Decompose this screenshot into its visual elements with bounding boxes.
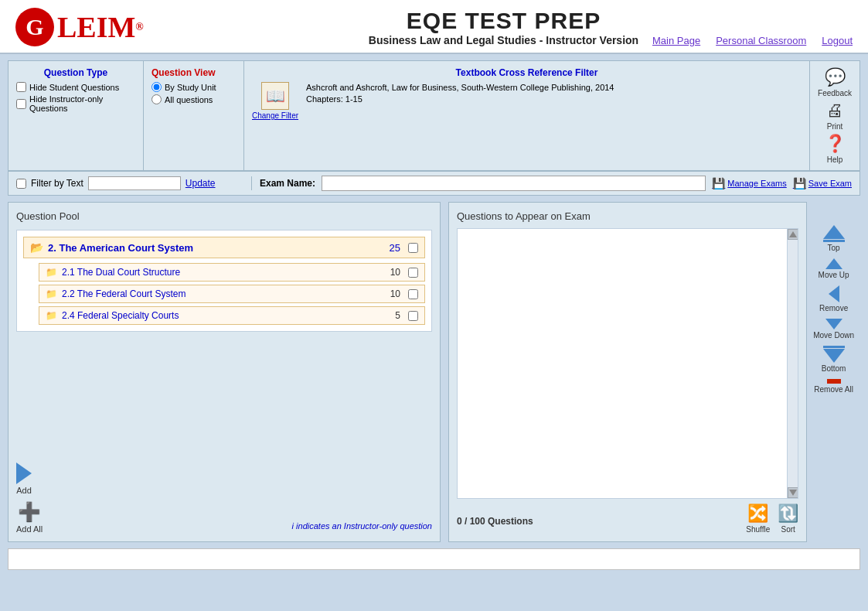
top-label: Top	[828, 244, 840, 252]
toolbar-area: Question Type Hide Student Questions Hid…	[8, 60, 860, 196]
remove-all-button[interactable]: Remove All	[814, 379, 853, 394]
filter-text-checkbox[interactable]	[16, 179, 26, 189]
by-study-unit-row: By Study Unit	[151, 82, 236, 92]
toolbar-bottom: Filter by Text Update Exam Name: 💾 Manag…	[9, 171, 859, 195]
pool-parent-label: 2. The American Court System	[48, 242, 385, 254]
by-study-unit-radio[interactable]	[151, 82, 162, 92]
save-exam-button[interactable]: 💾 Save Exam	[793, 177, 852, 189]
pool-child-count-0: 10	[390, 267, 400, 278]
bottom-bar	[823, 346, 845, 348]
logo-area: G LEIM ®	[15, 8, 155, 46]
print-icon: 🖨	[826, 101, 843, 121]
shuffle-label: Shuffle	[746, 525, 770, 534]
bottom-label: Bottom	[822, 364, 846, 373]
pool-child-checkbox-1[interactable]	[408, 289, 418, 299]
filter-book-icon[interactable]: 📖	[261, 82, 289, 110]
bottom-icon	[823, 346, 845, 363]
bottom-arrow-icon	[823, 349, 845, 363]
pool-child-item-1[interactable]: 📁 2.2 The Federal Court System 10	[39, 285, 425, 303]
manage-exams-icon: 💾	[712, 177, 725, 189]
help-label: Help	[827, 155, 843, 164]
personal-classroom-link[interactable]: Personal Classroom	[716, 35, 806, 46]
move-up-button[interactable]: Move Up	[819, 258, 849, 279]
print-button[interactable]: 🖨 Print	[826, 101, 843, 131]
exam-name-area: Exam Name: 💾 Manage Exams 💾 Save Exam	[260, 176, 852, 191]
question-pool-title: Question Pool	[16, 210, 432, 222]
logo-circle: G	[15, 8, 54, 46]
logout-link[interactable]: Logout	[822, 35, 853, 46]
textbook-filter-title: Textbook Cross Reference Filter	[252, 67, 802, 78]
filter-by-text-area: Filter by Text Update	[16, 176, 252, 190]
move-down-icon	[825, 319, 842, 329]
scrollbar-track	[788, 240, 798, 487]
manage-exams-button[interactable]: 💾 Manage Exams	[712, 177, 786, 189]
pool-child-item-0[interactable]: 📁 2.1 The Dual Court Structure 10	[39, 263, 425, 282]
help-button[interactable]: ❓ Help	[825, 134, 846, 164]
right-actions: Top Move Up Remove Move Down	[807, 202, 860, 542]
move-up-icon	[825, 258, 842, 269]
change-filter-link[interactable]: Change Filter	[252, 111, 298, 120]
add-all-button[interactable]: ➕ Add All	[16, 501, 43, 534]
question-type-title: Question Type	[16, 67, 135, 78]
hide-instructor-checkbox[interactable]	[16, 99, 26, 109]
pool-child-label-1: 2.2 The Federal Court System	[62, 288, 386, 299]
pool-child-label-0: 2.1 The Dual Court Structure	[62, 267, 386, 278]
top-button[interactable]: Top	[823, 225, 845, 252]
pool-items: 📂 2. The American Court System 25 📁 2.1 …	[16, 230, 432, 332]
add-button[interactable]: Add	[16, 463, 32, 495]
questions-count: 0 / 100 Questions	[457, 516, 533, 527]
all-questions-label: All questions	[165, 95, 213, 104]
pool-parent-checkbox[interactable]	[408, 243, 418, 253]
exam-name-input[interactable]	[322, 176, 706, 191]
remove-all-label: Remove All	[814, 385, 853, 394]
shuffle-icon: 🔀	[747, 503, 768, 524]
header: G LEIM ® EQE TEST PREP Business Law and …	[0, 0, 868, 54]
main-content: Question Pool 📂 2. The American Court Sy…	[8, 202, 860, 542]
pool-child-item-2[interactable]: 📁 2.4 Federal Specialty Courts 5	[39, 306, 425, 325]
sort-button[interactable]: 🔃 Sort	[778, 503, 798, 534]
pool-parent-folder-icon: 📂	[30, 241, 43, 254]
sort-icon: 🔃	[778, 503, 798, 524]
filter-text-input[interactable]	[88, 176, 181, 190]
hide-student-checkbox[interactable]	[16, 82, 26, 92]
add-all-label: Add All	[16, 524, 43, 534]
logo: G LEIM ®	[15, 8, 155, 46]
exam-name-label: Exam Name:	[260, 178, 315, 189]
move-down-button[interactable]: Move Down	[813, 319, 854, 340]
logo-registered: ®	[135, 22, 143, 32]
all-questions-row: All questions	[151, 94, 236, 104]
shuffle-button[interactable]: 🔀 Shuffle	[746, 503, 770, 534]
bottom-actions: 🔀 Shuffle 🔃 Sort	[746, 503, 798, 534]
by-study-unit-label: By Study Unit	[165, 83, 216, 92]
feedback-label: Feedback	[818, 89, 852, 97]
main-page-link[interactable]: Main Page	[652, 35, 700, 46]
scroll-up-btn[interactable]	[788, 229, 798, 240]
filter-by-text-label: Filter by Text	[31, 178, 83, 189]
questions-appear-wrapper: Questions to Appear on Exam 0 / 100	[448, 202, 860, 542]
scrollbar[interactable]	[787, 229, 798, 498]
question-pool: Question Pool 📂 2. The American Court Sy…	[8, 202, 441, 542]
save-exam-label: Save Exam	[808, 179, 852, 188]
update-button[interactable]: Update	[186, 178, 216, 189]
questions-appear-title: Questions to Appear on Exam	[457, 210, 798, 222]
questions-appear-row: Questions to Appear on Exam 0 / 100	[448, 202, 860, 542]
app-title: EQE TEST PREP	[155, 8, 853, 34]
remove-button[interactable]: Remove	[819, 285, 848, 312]
scroll-down-btn[interactable]	[788, 487, 798, 498]
all-questions-radio[interactable]	[151, 94, 162, 104]
questions-bottom: 0 / 100 Questions 🔀 Shuffle 🔃 Sort	[457, 503, 798, 534]
move-down-label: Move Down	[813, 331, 854, 340]
pool-child-icon-0: 📁	[46, 267, 57, 278]
help-icon: ❓	[825, 134, 846, 154]
hide-student-label: Hide Student Questions	[29, 83, 119, 92]
pool-parent-item[interactable]: 📂 2. The American Court System 25	[23, 237, 425, 258]
pool-child-count-1: 10	[390, 288, 400, 299]
add-triangle-icon	[16, 463, 32, 484]
toolbar-right-icons: 💬 Feedback 🖨 Print ❓ Help	[809, 61, 859, 170]
pool-child-checkbox-0[interactable]	[408, 268, 418, 278]
pool-child-checkbox-2[interactable]	[408, 311, 418, 321]
add-all-icon: ➕	[18, 501, 41, 523]
feedback-button[interactable]: 💬 Feedback	[818, 67, 852, 97]
bottom-button[interactable]: Bottom	[822, 346, 846, 373]
chapters: Chapters: 1-15	[306, 94, 614, 105]
